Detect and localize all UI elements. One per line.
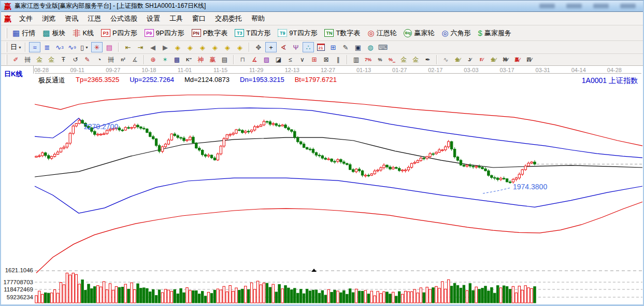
tool-last-page[interactable]: ⇥: [135, 42, 146, 52]
toolbar-button-hexagon[interactable]: ◎六角形: [439, 27, 473, 39]
tool-pan-hand[interactable]: ✥: [253, 42, 264, 52]
tool-sketch-mode[interactable]: ≈: [29, 42, 40, 52]
tool-save-disk[interactable]: ▣: [352, 42, 364, 52]
toolbar-button-sectors[interactable]: ▩板块: [40, 27, 68, 39]
tool-zigzag[interactable]: ∨: [297, 55, 308, 64]
channel-line-dn: [35, 178, 642, 213]
tool-k-seconds[interactable]: K″: [183, 55, 194, 64]
tool-f-fence[interactable]: Ŧ: [58, 55, 69, 64]
menu-item-4[interactable]: 公式选股: [106, 12, 142, 25]
tool-zoom-horizontal[interactable]: ◈: [197, 42, 208, 52]
tool-web-sync[interactable]: ◍: [365, 42, 376, 52]
tool-trend-lines[interactable]: ≤: [285, 55, 296, 64]
tool-wave-overlay[interactable]: ∿: [440, 55, 451, 64]
tool-n-squared[interactable]: n²: [118, 55, 128, 64]
tool-parallel-lines[interactable]: ∥: [333, 55, 344, 64]
tool-calendar-21[interactable]: 21: [315, 42, 326, 52]
menu-item-6[interactable]: 工具: [165, 12, 188, 25]
tool-box-fan[interactable]: ▨: [261, 55, 272, 64]
tool-f-slash[interactable]: F∕: [476, 55, 487, 64]
tool-gold-slash-2[interactable]: 金∕: [488, 55, 499, 64]
pane-divider-handle[interactable]: [311, 269, 317, 272]
tool-percent[interactable]: %: [375, 55, 385, 64]
tool-four-slash[interactable]: 四∕: [524, 55, 535, 64]
toolbar-button-gann-wheel[interactable]: ◎江恩轮: [365, 27, 399, 39]
toolbar-button-p-square[interactable]: P3P四方形: [98, 27, 140, 39]
tool-ink-brush[interactable]: ✒: [422, 55, 433, 64]
tool-notepad[interactable]: ✎: [340, 42, 351, 52]
tool-zoom-left[interactable]: ◈: [172, 42, 183, 52]
toolbar-button-t-number-table[interactable]: TNT数字表: [322, 27, 363, 39]
tool-brain-map[interactable]: ∴: [303, 42, 314, 52]
tool-first-page[interactable]: ⇤: [122, 42, 134, 52]
tool-ying-fence[interactable]: 赢: [207, 55, 218, 64]
tool-gold-fence-1[interactable]: 金: [34, 55, 45, 64]
tool-zoom-all[interactable]: ◈: [222, 42, 233, 52]
tool-shen-fence[interactable]: 神: [195, 55, 206, 64]
menu-item-0[interactable]: 文件: [15, 12, 37, 25]
tool-wave-9[interactable]: ∿9: [66, 42, 78, 52]
tool-ray-fan[interactable]: ∡: [249, 55, 260, 64]
tool-workstation[interactable]: ⌨: [377, 42, 389, 52]
menu-item-3[interactable]: 江恩: [83, 12, 106, 25]
tool-zoom-right[interactable]: ◈: [184, 42, 196, 52]
tool-crosshair[interactable]: +: [265, 42, 277, 52]
menu-item-5[interactable]: 设置: [142, 12, 165, 25]
menu-item-7[interactable]: 窗口: [188, 12, 210, 25]
tool-angle-lines[interactable]: ∡: [130, 55, 140, 64]
tool-pattern-mark[interactable]: ✳: [91, 42, 103, 52]
tool-volume-profile[interactable]: ▤: [104, 42, 115, 52]
title-bar[interactable]: 赢 赢家江恩专业版[赢家内部服务平台] - [上证指数 SH1A0001-167…: [1, 1, 643, 12]
tool-gold-slash[interactable]: 金∕: [452, 55, 463, 64]
tool-brush-angle[interactable]: ✎: [82, 55, 93, 64]
price-divider-label: 1621.1046: [5, 267, 33, 273]
tool-shen-slash[interactable]: 神∕: [500, 55, 511, 64]
tool-next-page[interactable]: ▶: [160, 42, 171, 52]
toolbar-button-p-number-table[interactable]: PNP数字表: [189, 27, 231, 39]
toolbar-button-winner-wheel[interactable]: Big赢家轮: [401, 27, 437, 39]
tool-period-day[interactable]: 日▼: [10, 42, 22, 52]
tool-gann-tool[interactable]: Ψ: [290, 42, 302, 52]
tool-ying-slash[interactable]: 赢∕: [512, 55, 523, 64]
tool-draw-brush[interactable]: ✐: [10, 55, 21, 64]
menu-item-2[interactable]: 资讯: [60, 12, 83, 25]
menu-item-1[interactable]: 浏览: [37, 12, 60, 25]
tool-zoom-cross[interactable]: ◈: [209, 42, 221, 52]
tool-box-tool[interactable]: ⊓: [237, 55, 248, 64]
tool-ruler-grid[interactable]: ▤: [219, 55, 230, 64]
toolbar-button-9t-square[interactable]: T99T四方形: [275, 27, 320, 39]
price-chart-svg[interactable]: 2270.27001974.38001621.10461777087031184…: [1, 66, 643, 304]
tool-prev-page[interactable]: ◀: [147, 42, 159, 52]
tool-spiral-fence[interactable]: ↺: [70, 55, 81, 64]
tool-notes-list[interactable]: ≣: [41, 42, 53, 52]
tool-stats-box[interactable]: ▥: [351, 55, 362, 64]
tool-grid-arrow[interactable]: ⊠: [321, 55, 332, 64]
tool-grid-red[interactable]: ⊞: [309, 55, 320, 64]
tool-wave-3[interactable]: ∿3: [54, 42, 65, 52]
tool-calculator[interactable]: ⊞: [327, 42, 339, 52]
tool-gann-fence[interactable]: 卌: [22, 55, 33, 64]
toolbar-button-t-square[interactable]: T3T四方形: [232, 27, 273, 39]
tool-clock-fence[interactable]: ◔: [94, 55, 105, 64]
menu-item-9[interactable]: 帮助: [247, 12, 269, 25]
tool-percent-7[interactable]: 7%: [363, 55, 374, 64]
tool-angle-measure[interactable]: ∢: [278, 42, 289, 52]
tool-boxed-web[interactable]: ▩: [171, 55, 182, 64]
tool-gold-fence-2[interactable]: 金: [46, 55, 57, 64]
tool-spider-web[interactable]: ✶: [160, 55, 170, 64]
tool-zoom-reset[interactable]: ◈: [234, 42, 246, 52]
tool-gold-circle[interactable]: 金: [398, 55, 409, 64]
tool-percent-line[interactable]: %‗: [387, 55, 397, 64]
tool-box-fan-2[interactable]: ◪: [273, 55, 284, 64]
tool-candle-style[interactable]: ▯▼: [79, 42, 90, 52]
tool-target-cross[interactable]: ⊕: [148, 55, 159, 64]
toolbar-button-quotes[interactable]: ▦行情: [10, 27, 38, 39]
menu-item-8[interactable]: 交易委托: [210, 12, 247, 25]
tool-j-slash[interactable]: J∕: [464, 55, 475, 64]
toolbar-button-kline[interactable]: 非K线: [70, 27, 96, 39]
tool-fence-2[interactable]: 卌: [106, 55, 117, 64]
toolbar-button-9p-square[interactable]: P99P四方形: [142, 27, 187, 39]
toolbar-button-winner-service[interactable]: $赢家服务: [476, 27, 514, 39]
volume-bar: [300, 289, 302, 303]
tool-gold-line[interactable]: 金: [410, 55, 421, 64]
